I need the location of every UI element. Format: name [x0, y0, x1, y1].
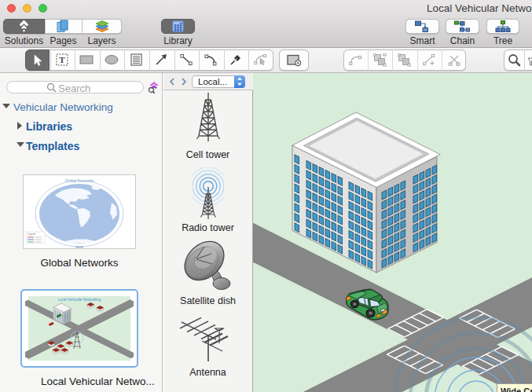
svg-text:Legend: Legend — [28, 233, 35, 236]
svg-text:Local Vehicular Networking: Local Vehicular Networking — [58, 298, 101, 302]
svg-text:T: T — [59, 55, 65, 64]
